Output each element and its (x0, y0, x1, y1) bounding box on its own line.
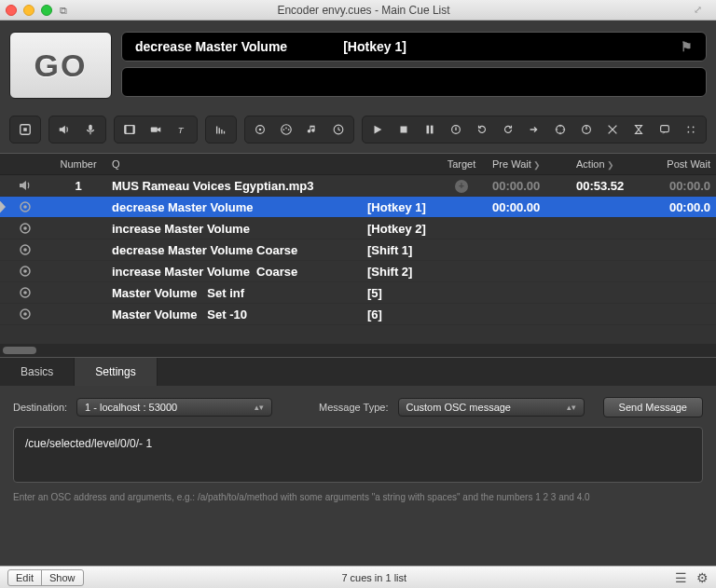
cue-prewait: 00:00.00 (487, 179, 571, 193)
osc-cue-icon[interactable] (249, 119, 271, 140)
send-message-button[interactable]: Send Message (603, 397, 703, 417)
col-target[interactable]: Target (436, 158, 487, 170)
svg-point-35 (23, 291, 27, 294)
tab-settings[interactable]: Settings (75, 358, 157, 386)
audio-cue-icon[interactable] (53, 119, 76, 140)
svg-point-22 (688, 127, 690, 129)
goto-icon[interactable] (523, 119, 545, 140)
svg-point-25 (693, 131, 695, 133)
cue-name: decrease Master Volume (106, 200, 362, 214)
show-mode-button[interactable]: Show (41, 569, 84, 586)
gear-icon[interactable]: ⚙ (696, 570, 709, 585)
svg-rect-1 (23, 128, 27, 131)
target-icon[interactable] (549, 119, 571, 140)
notes-display[interactable] (121, 67, 707, 97)
script-icon[interactable] (680, 119, 702, 140)
midi-cue-icon[interactable] (275, 119, 297, 140)
svg-point-29 (23, 226, 27, 230)
cue-postwait: 00:00.0 (654, 200, 716, 214)
load-icon[interactable] (445, 119, 467, 140)
wait-icon[interactable] (627, 119, 650, 140)
col-prewait[interactable]: Pre Wait (487, 158, 571, 170)
memo-icon[interactable] (654, 119, 676, 140)
play-icon[interactable] (366, 119, 389, 140)
svg-point-23 (693, 127, 695, 129)
flag-icon[interactable]: ⚑ (681, 39, 693, 54)
svg-point-10 (282, 125, 292, 135)
cue-target: + (436, 178, 487, 193)
devamp-icon[interactable] (497, 119, 519, 140)
timecode-cue-icon[interactable] (327, 119, 350, 140)
go-button[interactable]: GO (9, 32, 112, 99)
cue-hotkey: [Shift 1] (362, 243, 436, 257)
close-button[interactable] (6, 5, 17, 16)
cue-row[interactable]: Master Volume Set -10[6] (0, 304, 716, 325)
svg-rect-16 (427, 126, 430, 134)
col-postwait[interactable]: Post Wait (654, 158, 716, 170)
svg-point-37 (23, 312, 27, 316)
chevron-updown-icon: ▴▾ (243, 403, 264, 412)
cue-hotkey: [Shift 2] (362, 265, 436, 279)
camera-cue-icon[interactable] (145, 119, 167, 140)
cue-hotkey: [5] (362, 286, 436, 300)
svg-point-9 (259, 129, 262, 131)
col-number[interactable]: Number (50, 158, 106, 170)
cue-hotkey: [Hotkey 2] (362, 222, 436, 236)
standby-display: decrease Master Volume [Hotkey 1] ⚑ (121, 32, 707, 62)
destination-label: Destination: (13, 402, 67, 413)
reset-icon[interactable] (471, 119, 493, 140)
osc-icon (0, 264, 50, 279)
destination-select[interactable]: 1 - localhost : 53000▴▾ (76, 398, 272, 417)
group-cue-icon[interactable] (14, 119, 36, 140)
pause-icon[interactable] (419, 119, 441, 140)
col-q[interactable]: Q (106, 158, 362, 170)
disarm-icon[interactable] (601, 119, 624, 140)
svg-rect-6 (151, 127, 158, 131)
osc-message-input[interactable]: /cue/selected/level/0/0/- 1 (13, 427, 703, 483)
svg-point-11 (283, 129, 285, 130)
cue-row[interactable]: Master Volume Set inf[5] (0, 282, 716, 304)
svg-point-13 (288, 129, 290, 130)
cue-name: Master Volume Set -10 (106, 308, 362, 321)
fullscreen-icon[interactable]: ⤢ (694, 4, 710, 16)
svg-rect-5 (133, 126, 135, 134)
standby-cue-hotkey: [Hotkey 1] (343, 39, 406, 54)
cue-row[interactable]: decrease Master Volume[Hotkey 1]00:00.00… (0, 197, 716, 218)
cue-list-header: Number Q Target Pre Wait Action Post Wai… (0, 153, 716, 175)
midi-file-cue-icon[interactable] (301, 119, 324, 140)
cue-row[interactable]: decrease Master Volume Coarse[Shift 1] (0, 239, 716, 261)
cue-row[interactable]: increase Master Volume Coarse[Shift 2] (0, 261, 716, 282)
cue-name: MUS Rameau Voices Egyptian.mp3 (106, 179, 362, 193)
message-type-select[interactable]: Custom OSC message▴▾ (398, 398, 585, 417)
video-cue-icon[interactable] (118, 119, 141, 140)
svg-rect-17 (431, 126, 434, 134)
svg-point-27 (23, 205, 27, 209)
message-type-label: Message Type: (319, 402, 388, 413)
svg-rect-2 (89, 125, 92, 130)
fade-cue-icon[interactable] (210, 119, 232, 140)
tab-basics[interactable]: Basics (0, 358, 75, 386)
osc-icon (0, 199, 50, 214)
window-title: Encoder envy.cues - Main Cue List (34, 4, 694, 17)
titles-cue-icon[interactable]: T (171, 119, 193, 140)
edit-mode-button[interactable]: Edit (7, 569, 42, 586)
col-action[interactable]: Action (571, 158, 654, 170)
stop-icon[interactable] (392, 119, 415, 140)
cue-row[interactable]: 1MUS Rameau Voices Egyptian.mp3+00:00.00… (0, 175, 716, 197)
arm-icon[interactable] (575, 119, 598, 140)
osc-icon (0, 307, 50, 321)
horizontal-scrollbar[interactable] (0, 344, 716, 357)
cue-number: 1 (50, 179, 106, 193)
svg-point-31 (23, 248, 27, 252)
inspector-tabs: Basics Settings (0, 357, 716, 386)
osc-icon (0, 221, 50, 236)
cue-list[interactable]: 1MUS Rameau Voices Egyptian.mp3+00:00.00… (0, 175, 716, 325)
svg-rect-4 (125, 126, 127, 134)
cue-row[interactable]: increase Master Volume[Hotkey 2] (0, 218, 716, 239)
cue-postwait: 00:00.0 (654, 179, 716, 193)
titlebar: ⧉ Encoder envy.cues - Main Cue List ⤢ (0, 0, 716, 21)
mic-cue-icon[interactable] (79, 119, 102, 140)
list-icon[interactable]: ☰ (675, 570, 687, 585)
cue-hotkey: [Hotkey 1] (362, 200, 436, 214)
audio-icon (0, 178, 50, 193)
